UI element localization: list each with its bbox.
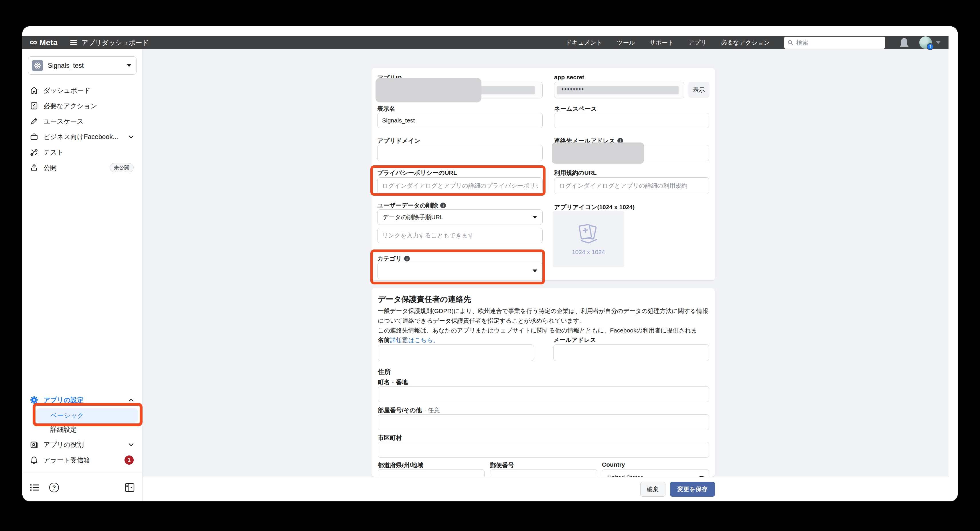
app-window: ∞ Meta アプリダッシュボード ドキュメント ツール サポート アプリ 必要… (22, 26, 958, 501)
search-icon (788, 40, 793, 46)
terms-url-label: 利用規約のURL (554, 169, 597, 177)
privacy-url-input[interactable] (377, 177, 542, 194)
meta-infinity-icon: ∞ (30, 37, 37, 47)
gdpr-contact-card: データ保護責任者の連絡先 一般データ保護規則(GDPR)により、欧州連合で事業を… (372, 288, 715, 477)
dpo-email-input[interactable] (553, 345, 709, 361)
street-input[interactable] (378, 386, 709, 402)
brand-name: Meta (40, 38, 58, 47)
search-box[interactable] (784, 37, 885, 49)
city-input[interactable] (378, 442, 709, 458)
tools-icon (30, 148, 38, 156)
state-label: 都道府県/州/地域 (378, 461, 423, 469)
sidebar-item-advanced-settings[interactable]: 詳細設定 (22, 423, 142, 436)
basic-settings-card: アプリID app secret •••••••• 表示 表示名 (372, 68, 715, 280)
sidebar-item-dashboard[interactable]: ダッシュボード (22, 83, 142, 98)
chevron-up-icon (129, 399, 134, 402)
window-top-gap (22, 26, 958, 36)
app-selector-name: Signals_test (48, 62, 84, 70)
sidebar-item-app-roles[interactable]: アプリの役割 (22, 437, 142, 452)
sidebar: Signals_test ダッシュボード (22, 49, 143, 501)
gdpr-title: データ保護責任者の連絡先 (378, 294, 471, 304)
sidebar-item-required-actions[interactable]: 必要なアクション (22, 98, 142, 114)
nav-link-tools[interactable]: ツール (617, 39, 635, 47)
gear-icon (30, 396, 38, 404)
app-selector[interactable]: Signals_test (28, 56, 137, 75)
chevron-down-icon (129, 135, 134, 138)
sidebar-divider (22, 473, 142, 473)
app-icon-hint: 1024 x 1024 (572, 249, 605, 256)
info-icon: i (440, 203, 446, 208)
save-footer-bar: 破棄 変更を保存 (143, 477, 958, 501)
nav-link-apps[interactable]: アプリ (688, 39, 707, 47)
app-icon-upload[interactable]: 1024 x 1024 (553, 211, 624, 267)
category-select[interactable] (377, 262, 542, 279)
namespace-input[interactable] (554, 113, 709, 128)
data-deletion-select[interactable]: データの削除手順URL (377, 210, 542, 225)
chevron-down-icon (533, 270, 537, 272)
show-secret-button[interactable]: 表示 (688, 82, 710, 98)
sidebar-item-test[interactable]: テスト (22, 145, 142, 160)
main-content: アプリID app secret •••••••• 表示 表示名 (143, 49, 958, 501)
alert-count-badge: 1 (124, 455, 134, 465)
chevron-down-icon (936, 41, 940, 44)
country-label: Country (602, 461, 625, 468)
publish-icon (30, 163, 38, 172)
briefcase-icon (30, 132, 38, 141)
screen: ∞ Meta アプリダッシュボード ドキュメント ツール サポート アプリ 必要… (0, 0, 980, 531)
dpo-name-input[interactable] (378, 345, 534, 361)
dpo-name-label: 名前· 任意 (378, 336, 408, 344)
sidebar-item-basic[interactable]: ベーシック (37, 408, 138, 423)
navbar-title: アプリダッシュボード (81, 38, 149, 47)
chevron-down-icon (533, 216, 537, 219)
image-upload-icon (576, 223, 601, 245)
app-domain-input[interactable] (377, 145, 542, 161)
account-menu[interactable]: f (920, 37, 940, 49)
app-secret-label: app secret (554, 74, 584, 81)
app-icon-label: アプリアイコン(1024 x 1024) (554, 203, 635, 211)
chevron-down-icon (127, 64, 131, 67)
unit-label: 部屋番号/その他· 任意 (378, 406, 440, 414)
sidebar-item-alert-inbox[interactable]: アラート受信箱 1 (22, 452, 142, 468)
terms-url-input[interactable] (554, 177, 709, 194)
sidebar-item-use-cases[interactable]: ユースケース (22, 114, 142, 129)
info-icon: i (404, 256, 410, 261)
sidebar-item-publish[interactable]: 公開 未公開 (22, 160, 142, 175)
zip-label: 郵便番号 (490, 461, 514, 469)
pencil-icon (30, 117, 38, 126)
list-icon[interactable] (30, 483, 40, 492)
meta-logo[interactable]: ∞ Meta (30, 38, 57, 48)
sidebar-item-app-settings[interactable]: アプリの設定 (22, 392, 142, 408)
street-label: 町名・番地 (378, 378, 408, 386)
unit-input[interactable] (378, 414, 709, 430)
top-navbar: ∞ Meta アプリダッシュボード ドキュメント ツール サポート アプリ 必要… (22, 36, 958, 49)
nav-link-support[interactable]: サポート (649, 39, 674, 47)
city-label: 市区町村 (378, 434, 402, 442)
scrollbar-track[interactable] (948, 26, 958, 501)
sidebar-item-facebook-business[interactable]: ビジネス向けFacebook... (22, 129, 142, 145)
avatar: f (920, 37, 932, 49)
state-input[interactable] (378, 469, 485, 477)
search-input[interactable] (796, 39, 881, 46)
privacy-url-label: プライバシーポリシーのURL (377, 169, 457, 177)
menu-icon[interactable] (70, 40, 77, 45)
nav-link-docs[interactable]: ドキュメント (566, 39, 603, 47)
namespace-label: ネームスペース (554, 105, 597, 113)
contact-email-redaction (552, 143, 644, 164)
status-badge: 未公開 (110, 163, 134, 172)
display-name-label: 表示名 (377, 105, 395, 113)
discard-button[interactable]: 破棄 (640, 482, 665, 497)
country-select[interactable]: United States (602, 469, 709, 477)
data-deletion-label: ユーザーデータの削除i (377, 202, 446, 210)
collapse-panel-icon[interactable] (124, 483, 135, 492)
help-icon[interactable]: ? (49, 483, 59, 492)
chevron-down-icon (129, 443, 134, 446)
checklist-icon (30, 102, 38, 110)
bell-icon[interactable] (899, 38, 909, 48)
home-icon (30, 86, 38, 95)
data-deletion-url-input[interactable] (377, 228, 542, 243)
zip-input[interactable] (490, 469, 597, 477)
gdpr-description: 一般データ保護規則(GDPR)により、欧州連合で事業を行う特定の企業は、利用者が… (378, 306, 709, 345)
save-changes-button[interactable]: 変更を保存 (670, 482, 715, 497)
nav-link-required-actions[interactable]: 必要なアクション (721, 39, 770, 47)
display-name-input[interactable] (377, 113, 542, 128)
